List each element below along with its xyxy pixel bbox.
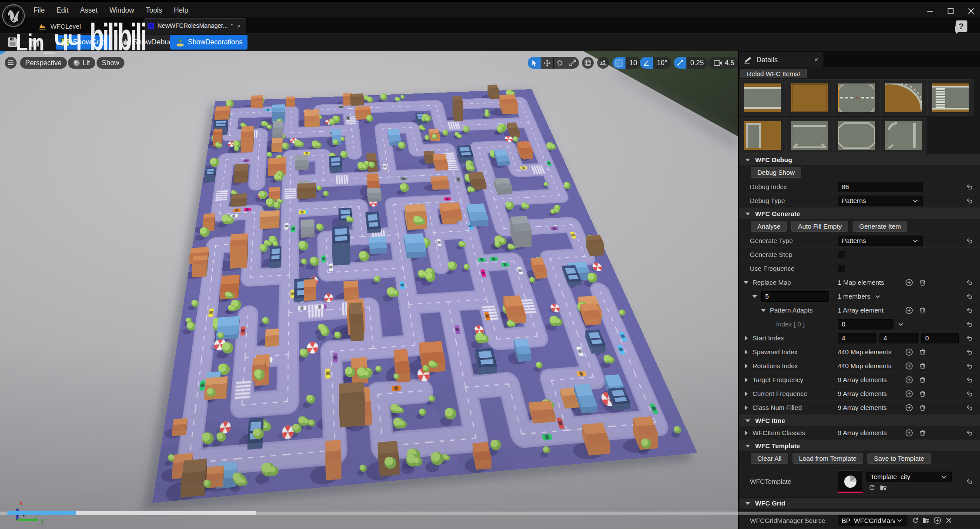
debug-show-button[interactable]: Debug Show bbox=[751, 167, 801, 178]
angle-snap-control[interactable]: 10° bbox=[640, 57, 671, 69]
reset-to-default-icon[interactable] bbox=[966, 478, 973, 486]
expander-closed-icon[interactable] bbox=[742, 376, 750, 384]
viewport-3d[interactable]: Perspective Lit Show 10 bbox=[0, 51, 738, 529]
chevron-down-icon[interactable] bbox=[940, 473, 948, 481]
wfc-tile-thumb-road-v-left[interactable] bbox=[739, 117, 786, 154]
add-element-icon[interactable] bbox=[933, 516, 941, 524]
reset-to-default-icon[interactable] bbox=[966, 197, 973, 205]
reset-to-default-icon[interactable] bbox=[966, 404, 973, 412]
delete-elements-icon[interactable] bbox=[919, 404, 926, 412]
expander-closed-icon[interactable] bbox=[742, 390, 750, 398]
reset-to-default-icon[interactable] bbox=[966, 390, 973, 398]
reset-to-default-icon[interactable] bbox=[966, 320, 973, 328]
category-wfc-grid[interactable]: WFC Grid bbox=[739, 497, 980, 509]
map-key-input[interactable]: 5 bbox=[761, 291, 829, 302]
add-element-icon[interactable] bbox=[905, 362, 913, 370]
close-button[interactable] bbox=[967, 7, 975, 15]
debug-type-select[interactable]: Patterns bbox=[838, 196, 923, 206]
category-wfc-itme[interactable]: WFC Itme bbox=[739, 415, 980, 426]
menu-window[interactable]: Window bbox=[104, 5, 139, 16]
details-tab-close-icon[interactable]: × bbox=[814, 56, 818, 64]
use-selected-asset-icon[interactable] bbox=[867, 484, 875, 492]
camera-speed-control[interactable]: 4.5 bbox=[709, 57, 738, 69]
wfcgridmanager-source-select[interactable]: BP_WFCGridManager bbox=[838, 515, 907, 526]
reset-to-default-icon[interactable] bbox=[966, 306, 973, 314]
clear-all-button[interactable]: Clear All bbox=[751, 453, 788, 464]
menu-tools[interactable]: Tools bbox=[141, 5, 167, 16]
grid-snap-control[interactable]: 10 bbox=[612, 57, 641, 69]
index-value-input[interactable]: 0 bbox=[838, 319, 893, 329]
wfctemplate-asset-thumbnail[interactable] bbox=[838, 470, 863, 493]
category-wfc-debug[interactable]: WFC Debug bbox=[739, 154, 980, 165]
chevron-down-icon[interactable] bbox=[911, 237, 919, 245]
delete-elements-icon[interactable] bbox=[919, 306, 926, 314]
load-from-template-button[interactable]: Load from Template bbox=[793, 453, 863, 464]
unreal-engine-logo[interactable] bbox=[2, 4, 25, 27]
add-element-icon[interactable] bbox=[905, 429, 913, 437]
wfc-tile-thumb-intersection-dash[interactable] bbox=[833, 79, 880, 116]
expander-open-icon[interactable] bbox=[744, 417, 752, 425]
expander-open-icon[interactable] bbox=[742, 279, 750, 286]
debug-index-input[interactable]: 86 bbox=[838, 182, 923, 192]
add-element-icon[interactable] bbox=[905, 279, 913, 286]
tab-asset-close-icon[interactable]: × bbox=[237, 22, 241, 30]
generate-type-select[interactable]: Patterns bbox=[838, 236, 923, 246]
category-wfc-template[interactable]: WFC Template bbox=[739, 440, 980, 451]
viewport-lit-button[interactable]: Lit bbox=[68, 57, 95, 69]
use-frequence-checkbox[interactable] bbox=[838, 265, 845, 272]
chevron-down-icon[interactable] bbox=[896, 516, 903, 524]
add-element-icon[interactable] bbox=[905, 390, 913, 398]
start-index-z-input[interactable]: 0 bbox=[921, 333, 959, 343]
expander-closed-icon[interactable] bbox=[742, 362, 750, 370]
move-tool-button[interactable] bbox=[541, 57, 553, 69]
reset-to-default-icon[interactable] bbox=[966, 183, 973, 191]
add-element-icon[interactable] bbox=[905, 348, 913, 356]
help-bubble-button[interactable]: ? bbox=[955, 20, 967, 33]
reset-to-default-icon[interactable] bbox=[966, 376, 973, 384]
wfc-tile-thumb-curve-tl[interactable] bbox=[880, 117, 926, 154]
generate-item-button[interactable]: Generate Item bbox=[853, 221, 907, 232]
expander-open-icon[interactable] bbox=[744, 210, 752, 218]
scale-tool-button[interactable] bbox=[566, 57, 579, 69]
viewport-menu-button[interactable] bbox=[5, 57, 17, 69]
save-to-template-button[interactable]: Save to Template bbox=[867, 453, 931, 464]
clear-reference-icon[interactable] bbox=[945, 516, 953, 524]
browse-content-icon[interactable] bbox=[29, 37, 40, 48]
wfc-tile-thumb-crosswalk[interactable] bbox=[927, 79, 973, 116]
delete-elements-icon[interactable] bbox=[919, 429, 926, 437]
expander-closed-icon[interactable] bbox=[742, 429, 750, 437]
add-element-icon[interactable] bbox=[905, 306, 913, 314]
wfc-tile-thumb-curve-big[interactable] bbox=[880, 79, 926, 116]
expander-closed-icon[interactable] bbox=[742, 334, 750, 342]
delete-elements-icon[interactable] bbox=[919, 362, 926, 370]
wfc-tile-thumb-road-h[interactable] bbox=[739, 79, 786, 116]
use-selected-asset-icon[interactable] bbox=[911, 516, 919, 524]
browse-to-asset-icon[interactable] bbox=[922, 516, 930, 524]
wfc-tile-thumb-intersection-round[interactable] bbox=[833, 117, 880, 154]
add-element-icon[interactable] bbox=[905, 376, 913, 384]
reset-to-default-icon[interactable] bbox=[966, 279, 973, 286]
delete-elements-icon[interactable] bbox=[919, 348, 926, 356]
delete-elements-icon[interactable] bbox=[919, 376, 926, 384]
scale-snap-control[interactable]: 0.25 bbox=[674, 57, 708, 69]
show-grid-button[interactable]: ShowGrid bbox=[56, 35, 110, 50]
menu-file[interactable]: File bbox=[29, 5, 50, 16]
surface-snap-button[interactable] bbox=[597, 57, 609, 69]
show-debug-button[interactable]: ShowDebug bbox=[117, 35, 178, 50]
reset-to-default-icon[interactable] bbox=[966, 293, 973, 300]
rotate-tool-button[interactable] bbox=[553, 57, 566, 69]
expander-open-icon[interactable] bbox=[744, 156, 752, 164]
expander-open-icon[interactable] bbox=[759, 306, 767, 314]
delete-elements-icon[interactable] bbox=[919, 279, 926, 286]
maximize-button[interactable] bbox=[947, 7, 954, 15]
tab-wfclevel[interactable]: WFCLevel bbox=[35, 19, 84, 33]
reset-to-default-icon[interactable] bbox=[966, 334, 973, 342]
wfc-tile-thumb-dirt[interactable] bbox=[786, 79, 833, 116]
browse-to-asset-icon[interactable] bbox=[880, 484, 887, 492]
menu-asset[interactable]: Asset bbox=[75, 5, 102, 16]
menu-help[interactable]: Help bbox=[169, 5, 193, 16]
expander-open-icon[interactable] bbox=[744, 499, 752, 507]
reset-to-default-icon[interactable] bbox=[966, 348, 973, 356]
reset-to-default-icon[interactable] bbox=[966, 237, 973, 245]
save-icon[interactable] bbox=[7, 37, 18, 48]
